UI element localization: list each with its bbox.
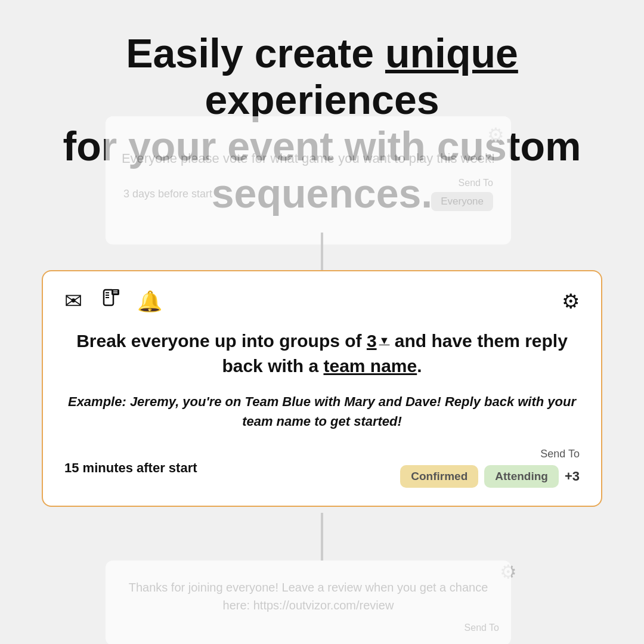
body-text-suffix: . bbox=[417, 356, 422, 376]
card-body-text: Break everyone up into groups of 3▼ and … bbox=[64, 329, 580, 379]
team-name-link[interactable]: team name bbox=[323, 356, 417, 376]
top-card-text: Everyone please vote for what game you w… bbox=[122, 150, 495, 168]
headline-part1: Easily create bbox=[126, 30, 385, 76]
notification-icon[interactable]: 🔔 bbox=[137, 289, 162, 313]
timeline-connector-middle bbox=[321, 513, 323, 561]
body-text-prefix: Break everyone up into groups of bbox=[76, 331, 367, 351]
top-card-time: 3 days before start bbox=[123, 188, 212, 200]
time-after-start: 15 minutes after start bbox=[64, 460, 197, 476]
sms-icon[interactable] bbox=[99, 288, 120, 314]
bottom-card-text: Thanks for joining everyone! Leave a rev… bbox=[117, 578, 499, 614]
send-to-label: Send To bbox=[540, 448, 580, 460]
group-size-dropdown[interactable]: 3▼ bbox=[367, 329, 390, 354]
card-footer: 15 minutes after start Send To Confirmed… bbox=[64, 448, 580, 488]
more-badges-count[interactable]: +3 bbox=[565, 469, 580, 484]
gear-icon-main[interactable]: ⚙ bbox=[562, 289, 580, 313]
dropdown-arrow-icon: ▼ bbox=[379, 333, 390, 348]
top-card-send-to: Send To Everyone bbox=[431, 178, 493, 211]
headline-underline: unique bbox=[385, 30, 518, 76]
main-sequence-card: ✉ 🔔 ⚙ Break everyone up into groups of 3… bbox=[42, 270, 602, 507]
channel-icons: ✉ 🔔 bbox=[64, 288, 162, 314]
top-send-to-label: Send To bbox=[459, 178, 493, 188]
top-card: Everyone please vote for what game you w… bbox=[106, 116, 511, 244]
top-send-to-badge: Everyone bbox=[431, 192, 493, 211]
recipient-badges: Confirmed Attending +3 bbox=[400, 465, 580, 488]
email-icon[interactable]: ✉ bbox=[64, 289, 82, 314]
bottom-card: Thanks for joining everyone! Leave a rev… bbox=[106, 561, 511, 644]
timeline-connector-top bbox=[321, 233, 323, 274]
card-icons-row: ✉ 🔔 ⚙ bbox=[64, 288, 580, 314]
svg-rect-4 bbox=[112, 289, 119, 295]
bottom-send-to-label: Send To bbox=[465, 623, 499, 633]
group-number: 3 bbox=[367, 329, 377, 354]
attending-badge[interactable]: Attending bbox=[484, 465, 559, 488]
confirmed-badge[interactable]: Confirmed bbox=[400, 465, 478, 488]
card-example-text: Example: Jeremy, you're on Team Blue wit… bbox=[64, 392, 580, 431]
send-to-section: Send To Confirmed Attending +3 bbox=[400, 448, 580, 488]
